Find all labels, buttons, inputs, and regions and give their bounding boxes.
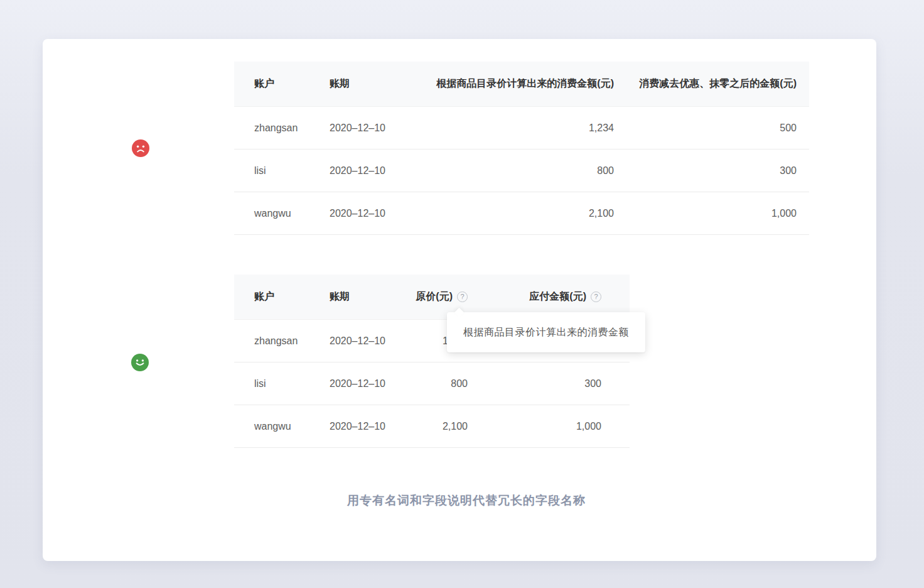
cell-period: 2020–12–10 xyxy=(330,378,411,389)
col-header-payable-amount: 应付金额(元) ? xyxy=(468,290,630,303)
example-card: 账户 账期 根据商品目录价计算出来的消费金额(元) 消费减去优惠、抹零之后的金额… xyxy=(43,39,876,561)
cell-final-amount: 300 xyxy=(615,165,809,177)
help-icon[interactable]: ? xyxy=(457,291,468,302)
table-row: wangwu 2020–12–10 2,100 1,000 xyxy=(234,192,809,235)
tooltip-text: 根据商品目录价计算出来的消费金额 xyxy=(463,326,629,339)
cell-account: zhangsan xyxy=(234,335,330,347)
table-row: lisi 2020–12–10 800 300 xyxy=(234,362,630,405)
caption: 用专有名词和字段说明代替冗长的字段名称 xyxy=(234,493,699,509)
cell-account: lisi xyxy=(234,165,330,177)
tooltip: 根据商品目录价计算出来的消费金额 xyxy=(447,312,645,352)
col-header-final-amount: 消费减去优惠、抹零之后的金额(元) xyxy=(615,77,809,90)
col-header-period: 账期 xyxy=(330,290,411,303)
cell-catalog-amount: 1,234 xyxy=(411,122,615,134)
cell-final-amount: 1,000 xyxy=(615,208,809,219)
table-row: lisi 2020–12–10 800 300 xyxy=(234,150,809,192)
cell-catalog-amount: 800 xyxy=(411,165,615,177)
bad-example-table: 账户 账期 根据商品目录价计算出来的消费金额(元) 消费减去优惠、抹零之后的金额… xyxy=(234,62,809,235)
smile-face-icon xyxy=(131,354,149,371)
cell-payable-amount: 300 xyxy=(468,378,630,389)
cell-period: 2020–12–10 xyxy=(330,335,411,347)
col-header-account: 账户 xyxy=(234,77,330,90)
cell-period: 2020–12–10 xyxy=(330,208,411,219)
col-header-label: 应付金额(元) xyxy=(529,290,586,303)
help-icon[interactable]: ? xyxy=(591,291,601,302)
table-row: wangwu 2020–12–10 2,100 1,000 xyxy=(234,405,630,448)
cell-account: wangwu xyxy=(234,421,330,432)
col-header-account: 账户 xyxy=(234,290,330,303)
cell-account: zhangsan xyxy=(234,122,330,134)
cell-period: 2020–12–10 xyxy=(330,165,411,177)
cell-period: 2020–12–10 xyxy=(330,421,411,432)
col-header-catalog-amount: 根据商品目录价计算出来的消费金额(元) xyxy=(411,77,615,90)
col-header-original-price: 原价(元) ? xyxy=(411,290,468,303)
table-row: zhangsan 2020–12–10 1,234 500 xyxy=(234,107,809,150)
sad-face-icon xyxy=(132,139,149,157)
cell-original-price: 2,100 xyxy=(411,421,468,432)
page-background: { "colors": { "page_background": "#e3e5e… xyxy=(0,0,924,588)
cell-payable-amount: 1,000 xyxy=(468,421,630,432)
good-example-table: 账户 账期 原价(元) ? 应付金额(元) ? zhangsan 2020–12… xyxy=(234,275,630,448)
cell-account: lisi xyxy=(234,378,330,389)
col-header-period: 账期 xyxy=(330,77,411,90)
bad-table-header-row: 账户 账期 根据商品目录价计算出来的消费金额(元) 消费减去优惠、抹零之后的金额… xyxy=(234,62,809,107)
cell-account: wangwu xyxy=(234,208,330,219)
col-header-label: 原价(元) xyxy=(416,290,453,303)
cell-period: 2020–12–10 xyxy=(330,122,411,134)
cell-catalog-amount: 2,100 xyxy=(411,208,615,219)
cell-final-amount: 500 xyxy=(615,122,809,134)
cell-original-price: 800 xyxy=(411,378,468,389)
